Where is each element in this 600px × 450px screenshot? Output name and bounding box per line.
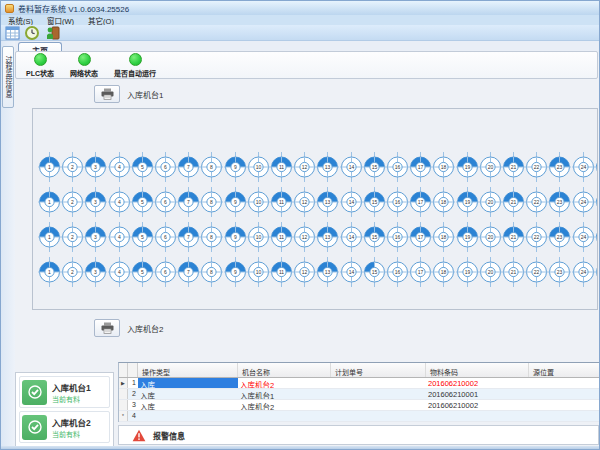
- slot-3-7[interactable]: 7: [177, 222, 200, 252]
- slot-4-5[interactable]: 5: [131, 257, 154, 287]
- slot-1-1[interactable]: 1: [38, 152, 61, 182]
- slot-1-16[interactable]: 16: [386, 152, 409, 182]
- slot-1-20[interactable]: 20: [479, 152, 502, 182]
- slot-3-16[interactable]: 16: [386, 222, 409, 252]
- table-cell[interactable]: [331, 411, 426, 421]
- side-panel-tab[interactable]: 过程监控信息: [2, 46, 14, 108]
- machine-card-1[interactable]: 入库机台1 当前有料: [19, 376, 110, 408]
- slot-4-7[interactable]: 7: [177, 257, 200, 287]
- print-button-machine2[interactable]: [94, 319, 120, 337]
- slot-4-16[interactable]: 16: [386, 257, 409, 287]
- slot-1-7[interactable]: 7: [177, 152, 200, 182]
- table-cell[interactable]: 入库机台1: [238, 389, 331, 399]
- table-cell[interactable]: 入库机台2: [238, 400, 331, 410]
- slot-4-11[interactable]: 11: [270, 257, 293, 287]
- slot-4-10[interactable]: 10: [247, 257, 270, 287]
- slot-3-1[interactable]: 1: [38, 222, 61, 252]
- slot-1-10[interactable]: 10: [247, 152, 270, 182]
- slot-2-14[interactable]: 14: [340, 187, 363, 217]
- row-selector[interactable]: [119, 400, 128, 410]
- slot-4-15[interactable]: 15: [363, 257, 386, 287]
- slot-2-3[interactable]: 3: [84, 187, 107, 217]
- slot-2-1[interactable]: 1: [38, 187, 61, 217]
- table-row[interactable]: 3入库入库机台2201606210002: [119, 400, 599, 411]
- slot-3-21[interactable]: 21: [502, 222, 525, 252]
- slot-2-22[interactable]: 22: [525, 187, 548, 217]
- slot-3-19[interactable]: 19: [456, 222, 479, 252]
- slot-1-5[interactable]: 5: [131, 152, 154, 182]
- table-cell[interactable]: 201606210001: [426, 389, 529, 399]
- slot-3-20[interactable]: 20: [479, 222, 502, 252]
- slot-4-12[interactable]: 12: [293, 257, 316, 287]
- slot-2-12[interactable]: 12: [293, 187, 316, 217]
- slot-4-20[interactable]: 20: [479, 257, 502, 287]
- slot-4-9[interactable]: 9: [224, 257, 247, 287]
- slot-2-4[interactable]: 4: [108, 187, 131, 217]
- slot-1-12[interactable]: 12: [293, 152, 316, 182]
- slot-4-19[interactable]: 19: [456, 257, 479, 287]
- slot-3-6[interactable]: 6: [154, 222, 177, 252]
- menu-other[interactable]: 其它(O): [81, 15, 121, 26]
- slot-2-13[interactable]: 13: [316, 187, 339, 217]
- slot-1-9[interactable]: 9: [224, 152, 247, 182]
- slot-4-1[interactable]: 1: [38, 257, 61, 287]
- menu-system[interactable]: 系统(S): [1, 15, 40, 26]
- slot-4-24[interactable]: 24: [572, 257, 595, 287]
- menu-window[interactable]: 窗口(W): [40, 15, 81, 26]
- slot-1-13[interactable]: 13: [316, 152, 339, 182]
- table-cell[interactable]: [331, 378, 426, 388]
- slot-2-19[interactable]: 19: [456, 187, 479, 217]
- header-cell[interactable]: 计划单号: [331, 363, 426, 377]
- row-selector[interactable]: *: [119, 411, 128, 421]
- slot-3-11[interactable]: 11: [270, 222, 293, 252]
- slot-2-23[interactable]: 23: [548, 187, 571, 217]
- slot-1-25[interactable]: 25: [595, 152, 598, 182]
- table-cell[interactable]: 入库: [138, 400, 238, 410]
- slot-2-17[interactable]: 17: [409, 187, 432, 217]
- slot-2-18[interactable]: 18: [432, 187, 455, 217]
- title-bar[interactable]: 卷料暂存系统 V1.0.6034.25526: [1, 1, 600, 15]
- header-rownum-cell[interactable]: [128, 363, 138, 377]
- slot-1-8[interactable]: 8: [200, 152, 223, 182]
- slot-1-3[interactable]: 3: [84, 152, 107, 182]
- slot-1-15[interactable]: 15: [363, 152, 386, 182]
- slot-2-8[interactable]: 8: [200, 187, 223, 217]
- table-cell[interactable]: 入库: [138, 378, 238, 388]
- table-cell[interactable]: [529, 400, 599, 410]
- table-cell[interactable]: 入库: [138, 389, 238, 399]
- slot-2-21[interactable]: 21: [502, 187, 525, 217]
- header-cell[interactable]: 源位置: [529, 363, 599, 377]
- header-cell[interactable]: 机台名称: [238, 363, 331, 377]
- slot-3-24[interactable]: 24: [572, 222, 595, 252]
- slot-3-14[interactable]: 14: [340, 222, 363, 252]
- table-cell[interactable]: [529, 378, 599, 388]
- table-cell[interactable]: 201606210002: [426, 378, 529, 388]
- slot-3-13[interactable]: 13: [316, 222, 339, 252]
- operations-table[interactable]: 操作类型机台名称计划单号物料条码源位置▶1入库入库机台2201606210002…: [118, 362, 599, 422]
- table-cell[interactable]: [529, 389, 599, 399]
- slot-3-4[interactable]: 4: [108, 222, 131, 252]
- table-cell[interactable]: [331, 389, 426, 399]
- slot-4-4[interactable]: 4: [108, 257, 131, 287]
- table-cell[interactable]: [138, 411, 238, 421]
- slot-1-23[interactable]: 23: [548, 152, 571, 182]
- slot-3-8[interactable]: 8: [200, 222, 223, 252]
- header-selector-cell[interactable]: [119, 363, 128, 377]
- slot-3-25[interactable]: 25: [595, 222, 598, 252]
- slot-2-7[interactable]: 7: [177, 187, 200, 217]
- slot-1-18[interactable]: 18: [432, 152, 455, 182]
- slot-4-8[interactable]: 8: [200, 257, 223, 287]
- slot-3-23[interactable]: 23: [548, 222, 571, 252]
- print-button-machine1[interactable]: [94, 85, 120, 103]
- header-cell[interactable]: 操作类型: [138, 363, 238, 377]
- header-cell[interactable]: 物料条码: [426, 363, 529, 377]
- slot-1-2[interactable]: 2: [61, 152, 84, 182]
- row-selector[interactable]: [119, 389, 128, 399]
- slot-4-14[interactable]: 14: [340, 257, 363, 287]
- slot-3-15[interactable]: 15: [363, 222, 386, 252]
- slot-1-22[interactable]: 22: [525, 152, 548, 182]
- slot-2-2[interactable]: 2: [61, 187, 84, 217]
- slot-1-4[interactable]: 4: [108, 152, 131, 182]
- table-row[interactable]: 2入库入库机台1201606210001: [119, 389, 599, 400]
- table-cell[interactable]: [238, 411, 331, 421]
